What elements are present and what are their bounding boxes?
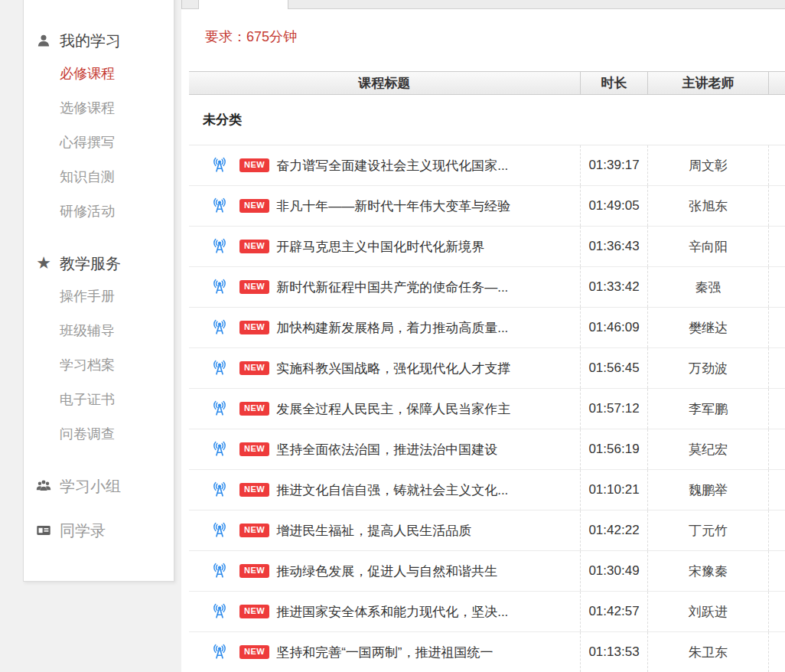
column-header-extra bbox=[768, 72, 785, 94]
table-row: NEW 坚持全面依法治国，推进法治中国建设 01:56:19 莫纪宏 bbox=[189, 429, 785, 470]
course-title-link[interactable]: 坚持全面依法治国，推进法治中国建设 bbox=[276, 441, 497, 458]
sidebar-item-questionnaire[interactable]: 问卷调查 bbox=[24, 417, 174, 452]
group-icon bbox=[34, 477, 53, 495]
course-title-link[interactable]: 新时代新征程中国共产党的使命任务—... bbox=[276, 279, 508, 296]
extra-cell bbox=[768, 551, 785, 591]
extra-cell bbox=[768, 227, 785, 266]
table-row: NEW 推进文化自信自强，铸就社会主义文化... 01:10:21 魏鹏举 bbox=[189, 470, 785, 511]
extra-cell bbox=[768, 348, 785, 388]
new-badge: NEW bbox=[239, 361, 269, 375]
sidebar-item-reflection-writing[interactable]: 心得撰写 bbox=[24, 126, 174, 160]
new-badge: NEW bbox=[239, 564, 269, 578]
course-duration: 01:56:19 bbox=[580, 429, 647, 469]
table-body: NEW 奋力谱写全面建设社会主义现代化国家... 01:39:17 周文彰 NE… bbox=[189, 145, 785, 672]
extra-cell bbox=[768, 429, 785, 469]
broadcast-icon bbox=[211, 441, 228, 458]
main-content: 要求：675分钟 课程标题 时长 主讲老师 未分类 NE bbox=[181, 0, 785, 672]
table-row: NEW 开辟马克思主义中国化时代化新境界 01:36:43 辛向阳 bbox=[189, 227, 785, 267]
sidebar-item-knowledge-selftest[interactable]: 知识自测 bbox=[24, 160, 174, 194]
extra-cell bbox=[768, 308, 785, 347]
course-title-cell: NEW 坚持和完善“一国两制”，推进祖国统一 bbox=[189, 632, 580, 672]
sidebar-section-label: 我的学习 bbox=[60, 31, 121, 51]
course-duration: 01:57:12 bbox=[580, 389, 647, 429]
sidebar-section-my-learning: 我的学习 bbox=[24, 31, 174, 51]
sidebar-item-classmates[interactable]: 同学录 bbox=[24, 520, 174, 540]
user-icon bbox=[34, 31, 53, 50]
course-teacher: 宋豫秦 bbox=[647, 551, 768, 591]
course-teacher: 万劲波 bbox=[647, 348, 768, 388]
broadcast-icon bbox=[211, 279, 228, 295]
course-teacher: 秦强 bbox=[647, 267, 768, 307]
course-title-link[interactable]: 加快构建新发展格局，着力推动高质量... bbox=[276, 319, 508, 337]
column-header-duration: 时长 bbox=[580, 72, 647, 94]
course-title-link[interactable]: 奋力谱写全面建设社会主义现代化国家... bbox=[276, 157, 508, 175]
tab-strip bbox=[181, 0, 785, 9]
broadcast-icon bbox=[211, 522, 228, 539]
course-teacher: 辛向阳 bbox=[647, 227, 768, 266]
table-row: NEW 坚持和完善“一国两制”，推进祖国统一 01:13:53 朱卫东 bbox=[189, 632, 785, 672]
table-row: NEW 推进国家安全体系和能力现代化，坚决... 01:42:57 刘跃进 bbox=[189, 592, 785, 632]
course-duration: 01:30:49 bbox=[580, 551, 647, 591]
course-duration: 01:39:17 bbox=[580, 145, 647, 185]
broadcast-icon bbox=[211, 157, 228, 174]
course-duration: 01:56:45 bbox=[580, 348, 647, 388]
sidebar-item-class-tutoring[interactable]: 班级辅导 bbox=[24, 314, 174, 348]
course-title-link[interactable]: 推进国家安全体系和能力现代化，坚决... bbox=[276, 603, 508, 621]
sidebar-item-manual[interactable]: 操作手册 bbox=[24, 279, 174, 314]
course-duration: 01:13:53 bbox=[580, 632, 647, 672]
course-title-cell: NEW 推进文化自信自强，铸就社会主义文化... bbox=[189, 470, 580, 510]
course-teacher: 张旭东 bbox=[647, 186, 768, 226]
course-duration: 01:46:09 bbox=[580, 308, 647, 347]
sidebar-item-required-courses[interactable]: 必修课程 bbox=[24, 57, 174, 91]
sidebar-item-e-certificate[interactable]: 电子证书 bbox=[24, 383, 174, 417]
course-teacher: 丁元竹 bbox=[647, 511, 768, 550]
course-title-link[interactable]: 非凡十年——新时代十年伟大变革与经验 bbox=[276, 197, 510, 215]
star-icon: ★ bbox=[34, 254, 53, 272]
table-row: NEW 发展全过程人民民主，保障人民当家作主 01:57:12 李军鹏 bbox=[189, 389, 785, 429]
course-panel: 要求：675分钟 课程标题 时长 主讲老师 未分类 NE bbox=[181, 9, 785, 672]
teaching-services-items: 操作手册 班级辅导 学习档案 电子证书 问卷调查 bbox=[24, 279, 174, 452]
course-title-link[interactable]: 开辟马克思主义中国化时代化新境界 bbox=[276, 238, 484, 256]
sidebar-item-training-activities[interactable]: 研修活动 bbox=[24, 194, 174, 229]
course-title-link[interactable]: 坚持和完善“一国两制”，推进祖国统一 bbox=[276, 644, 493, 661]
sidebar-item-label: 学习小组 bbox=[60, 476, 121, 497]
course-title-cell: NEW 实施科教兴国战略，强化现代化人才支撑 bbox=[189, 348, 580, 388]
course-title-cell: NEW 新时代新征程中国共产党的使命任务—... bbox=[189, 267, 580, 307]
extra-cell bbox=[768, 145, 785, 185]
sidebar-item-learning-archive[interactable]: 学习档案 bbox=[24, 348, 174, 383]
sidebar-item-elective-courses[interactable]: 选修课程 bbox=[24, 91, 174, 126]
course-table: 课程标题 时长 主讲老师 未分类 NEW 奋力谱写全面建设社会主义现代化国家..… bbox=[189, 71, 785, 672]
sidebar: 我的学习 必修课程 选修课程 心得撰写 知识自测 研修活动 ★ 教学服务 操作手… bbox=[23, 0, 174, 582]
broadcast-icon bbox=[211, 197, 228, 214]
course-title-cell: NEW 坚持全面依法治国，推进法治中国建设 bbox=[189, 429, 580, 469]
course-title-link[interactable]: 增进民生福祉，提高人民生活品质 bbox=[276, 522, 471, 540]
course-teacher: 李军鹏 bbox=[647, 389, 768, 429]
new-badge: NEW bbox=[239, 442, 269, 456]
active-tab[interactable] bbox=[198, 0, 288, 9]
new-badge: NEW bbox=[239, 240, 269, 253]
sidebar-item-study-group[interactable]: 学习小组 bbox=[24, 476, 174, 496]
extra-cell bbox=[768, 632, 785, 672]
course-title-link[interactable]: 推动绿色发展，促进人与自然和谐共生 bbox=[276, 563, 497, 580]
column-header-teacher: 主讲老师 bbox=[647, 72, 768, 94]
sidebar-item-label: 同学录 bbox=[60, 520, 106, 541]
table-row: NEW 推动绿色发展，促进人与自然和谐共生 01:30:49 宋豫秦 bbox=[189, 551, 785, 592]
course-title-link[interactable]: 实施科教兴国战略，强化现代化人才支撑 bbox=[276, 360, 510, 377]
table-header-row: 课程标题 时长 主讲老师 bbox=[189, 71, 785, 95]
table-row: NEW 增进民生福祉，提高人民生活品质 01:42:22 丁元竹 bbox=[189, 511, 785, 551]
table-row: NEW 奋力谱写全面建设社会主义现代化国家... 01:39:17 周文彰 bbox=[189, 145, 785, 186]
course-title-cell: NEW 非凡十年——新时代十年伟大变革与经验 bbox=[189, 186, 580, 226]
course-duration: 01:33:42 bbox=[580, 267, 647, 307]
course-teacher: 刘跃进 bbox=[647, 592, 768, 631]
requirement-text: 要求：675分钟 bbox=[181, 9, 785, 71]
course-title-link[interactable]: 推进文化自信自强，铸就社会主义文化... bbox=[276, 481, 508, 499]
extra-cell bbox=[768, 389, 785, 429]
category-row: 未分类 bbox=[189, 95, 785, 145]
course-title-link[interactable]: 发展全过程人民民主，保障人民当家作主 bbox=[276, 400, 510, 418]
course-title-cell: NEW 加快构建新发展格局，着力推动高质量... bbox=[189, 308, 580, 347]
course-title-cell: NEW 开辟马克思主义中国化时代化新境界 bbox=[189, 227, 580, 266]
course-title-cell: NEW 推动绿色发展，促进人与自然和谐共生 bbox=[189, 551, 580, 591]
extra-cell bbox=[768, 592, 785, 631]
broadcast-icon bbox=[211, 481, 228, 498]
course-duration: 01:10:21 bbox=[580, 470, 647, 510]
